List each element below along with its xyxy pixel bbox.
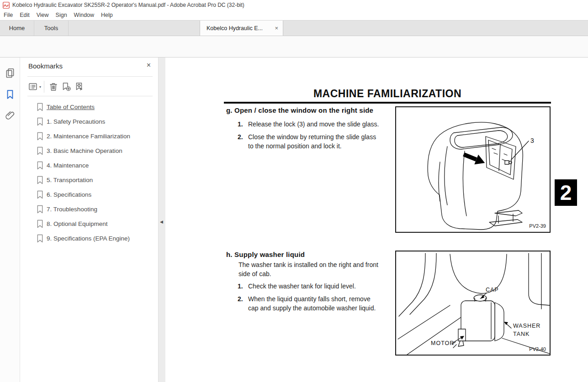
- tab-document[interactable]: Kobelco Hydraulic E... ×: [200, 21, 283, 36]
- bookmark-label: 2. Maintenance Familiarization: [47, 133, 130, 140]
- acrobat-app-icon: [3, 2, 10, 9]
- bookmark-label: 4. Maintenance: [47, 162, 89, 169]
- menubar: File Edit View Sign Window Help: [0, 10, 588, 20]
- figure-washer-tank: CAP WASHER TANK MOTOR PV2-40: [395, 251, 551, 356]
- bookmark-glyph-icon: [37, 161, 43, 170]
- bookmark-item-specifications[interactable]: 6. Specifications: [20, 187, 158, 202]
- tab-document-label: Kobelco Hydraulic E...: [207, 25, 263, 31]
- panel-toolbar-separator: [44, 81, 44, 93]
- step-text: cap and supply the automobile washer liq…: [248, 304, 376, 313]
- menu-file[interactable]: File: [4, 12, 17, 18]
- bookmark-item-troubleshooting[interactable]: 7. Troubleshooting: [20, 202, 158, 216]
- bookmark-label: 1. Safety Precautions: [47, 118, 105, 125]
- bookmark-item-maintenance[interactable]: 4. Maintenance: [20, 158, 158, 173]
- tab-home[interactable]: Home: [0, 21, 34, 36]
- panel-toolbar: ▾: [26, 79, 85, 94]
- figure1-caption: PV2-39: [529, 223, 546, 229]
- step-text: Release the lock (3) and move the slide …: [248, 120, 379, 129]
- tab-tools[interactable]: Tools: [34, 21, 69, 36]
- figure2-motor-label: MOTOR: [431, 340, 454, 346]
- step-text: Check the washer tank for liquid level.: [248, 282, 356, 291]
- bookmark-glyph-icon: [37, 147, 43, 155]
- tab-close-icon[interactable]: ×: [275, 25, 278, 31]
- options-list-icon: [27, 81, 38, 92]
- bookmark-label: 3. Basic Machine Operation: [47, 147, 122, 154]
- section-h-intro: The washer tank is installed on the righ…: [238, 260, 378, 278]
- new-bookmark-button[interactable]: [60, 80, 73, 93]
- bookmarks-list: Table of Contents 1. Safety Precautions …: [20, 99, 158, 246]
- figure2-tank-label-line2: TANK: [513, 331, 530, 337]
- toolbar: / 196 104%: [0, 36, 588, 58]
- chapter-number: 2: [560, 182, 572, 203]
- intro-line: side of cab.: [238, 269, 378, 278]
- figure2-caption: PV2-40: [529, 346, 546, 352]
- bookmark-item-specifications-epa[interactable]: 9. Specifications (EPA Engine): [20, 231, 158, 246]
- menu-window[interactable]: Window: [74, 12, 98, 18]
- bookmark-target-icon: [74, 81, 85, 92]
- main-area: Bookmarks × ▾: [0, 58, 588, 382]
- menu-help[interactable]: Help: [101, 12, 117, 18]
- bookmark-label: 5. Transportation: [47, 177, 93, 183]
- heading-rule: [224, 102, 551, 104]
- bookmark-glyph-icon: [37, 205, 43, 214]
- bookmark-item-optional-equipment[interactable]: 8. Optional Equipment: [20, 216, 158, 231]
- bookmark-label: 7. Troubleshooting: [47, 206, 97, 213]
- figure-cab-window: 3 PV2-39: [395, 106, 551, 233]
- bookmark-glyph-icon: [37, 117, 43, 126]
- bookmark-label: 6. Specifications: [47, 191, 91, 198]
- bookmark-add-icon: [61, 81, 72, 92]
- bookmark-glyph-icon: [37, 234, 43, 243]
- bookmarks-panel: Bookmarks × ▾: [20, 58, 158, 382]
- menu-sign[interactable]: Sign: [56, 12, 71, 18]
- section-h-step-2: 2. When the liquid quantity falls short,…: [238, 294, 376, 313]
- bookmark-options-button[interactable]: [26, 80, 39, 93]
- panel-close-icon[interactable]: ×: [147, 61, 151, 69]
- figure2-tank-label-line1: WASHER: [513, 323, 540, 329]
- navigation-rail: [0, 58, 20, 382]
- window-title: Kobelco Hydraulic Excavator SK25SR-2 Ope…: [12, 2, 244, 8]
- bookmark-glyph-icon: [37, 132, 43, 141]
- chapter-tab-2: 2: [555, 179, 577, 206]
- bookmark-label: 8. Optional Equipment: [47, 220, 108, 227]
- collapse-panel-arrow[interactable]: ◀: [160, 220, 163, 224]
- menu-view[interactable]: View: [37, 12, 53, 18]
- section-g-step-1: 1. Release the lock (3) and move the sli…: [238, 120, 379, 129]
- document-page: MACHINE FAMILIARIZATION g. Open / close …: [165, 58, 588, 382]
- step-text: Close the window by returning the slide …: [248, 132, 376, 141]
- bookmark-item-safety[interactable]: 1. Safety Precautions: [20, 114, 158, 129]
- section-g-heading: g. Open / close the window on the right …: [226, 106, 373, 114]
- bookmark-item-toc[interactable]: Table of Contents: [20, 99, 158, 114]
- step-text: When the liquid quantity falls short, re…: [248, 294, 376, 304]
- bookmark-glyph-icon: [37, 103, 43, 111]
- page-title: MACHINE FAMILIARIZATION: [224, 88, 551, 100]
- menu-edit[interactable]: Edit: [20, 12, 34, 18]
- pages-icon: [4, 67, 16, 79]
- bookmark-label: Table of Contents: [47, 104, 95, 110]
- washer-tank-line-drawing: CAP WASHER TANK MOTOR PV2-40: [396, 251, 550, 355]
- figure2-cap-label: CAP: [486, 287, 499, 293]
- titlebar: Kobelco Hydraulic Excavator SK25SR-2 Ope…: [0, 0, 588, 10]
- tabbar: Home Tools Kobelco Hydraulic E... ×: [0, 20, 588, 36]
- bookmark-glyph-icon: [37, 176, 43, 184]
- delete-bookmark-button[interactable]: [47, 80, 60, 93]
- step-number: 2.: [238, 294, 245, 313]
- panel-divider: [27, 76, 153, 77]
- acrobat-window: Kobelco Hydraulic Excavator SK25SR-2 Ope…: [0, 0, 588, 382]
- panel-divider: [27, 96, 153, 96]
- bookmark-item-maint-familiarization[interactable]: 2. Maintenance Familiarization: [20, 129, 158, 143]
- figure1-part-label: 3: [530, 137, 534, 144]
- bookmark-goto-button[interactable]: [73, 80, 85, 93]
- bookmark-icon: [4, 89, 16, 100]
- panel-gutter: ◀: [158, 58, 165, 382]
- bookmark-item-basic-operation[interactable]: 3. Basic Machine Operation: [20, 143, 158, 158]
- trash-icon: [48, 81, 59, 92]
- section-h-heading: h. Supply washer liquid: [226, 251, 305, 258]
- attachments-button[interactable]: [4, 110, 16, 121]
- intro-line: The washer tank is installed on the righ…: [238, 260, 378, 269]
- step-text: to the normal position and lock it.: [248, 141, 376, 151]
- bookmark-item-transportation[interactable]: 5. Transportation: [20, 173, 158, 187]
- section-h-step-1: 1. Check the washer tank for liquid leve…: [238, 282, 356, 291]
- bookmarks-panel-button[interactable]: [4, 89, 16, 100]
- page-thumbnails-button[interactable]: [4, 67, 16, 79]
- cab-line-drawing: 3 PV2-39: [396, 107, 550, 232]
